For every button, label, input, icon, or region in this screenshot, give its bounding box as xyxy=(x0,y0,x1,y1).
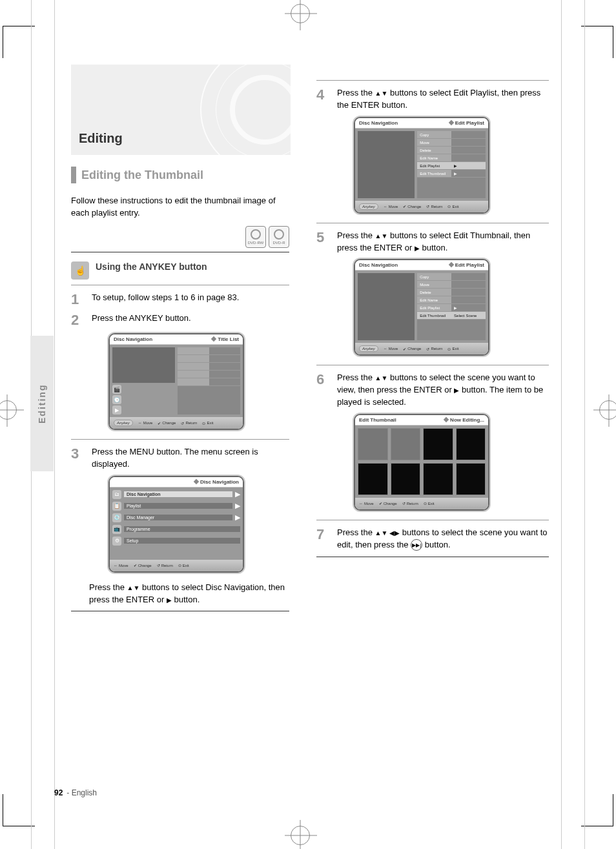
right-icon: ▶ xyxy=(167,597,172,604)
rule xyxy=(71,439,289,440)
up-down-icon: ▲▼ xyxy=(375,374,388,382)
step-number: 7 xyxy=(316,527,331,551)
disc-icon xyxy=(200,65,291,155)
step-text: Press the ANYKEY button. xyxy=(92,312,289,328)
step-7: 7 Press the ▲▼ ◀▶ buttons to select the … xyxy=(316,527,549,551)
playlist-icon: 📋 xyxy=(112,502,121,511)
step-number: 3 xyxy=(71,446,85,471)
screen-button-bar: Anykey ↔ Move ✔ Change ↺ Return ⊙ Exit xyxy=(355,201,488,212)
step-text: To setup, follow steps 1 to 6 in page 83… xyxy=(92,292,289,307)
scene-cell xyxy=(391,428,421,460)
step-6: 6 Press the ▲▼ buttons to select the sce… xyxy=(316,372,549,409)
dvd-r-icon: DVD-R xyxy=(269,226,289,248)
screen-section: Edit Playlist xyxy=(455,120,484,126)
rule xyxy=(316,365,549,365)
scene-cell xyxy=(358,428,388,460)
anykey-chip-icon: Anykey xyxy=(359,345,378,352)
thumbnail-preview xyxy=(358,273,415,340)
crop-mark xyxy=(581,26,613,58)
heading-bar-icon xyxy=(71,167,76,183)
right-column: 4 Press the ▲▼ buttons to select Edit Pl… xyxy=(316,75,549,565)
screen-title: Disc Navigation xyxy=(359,120,398,126)
page-section: - English xyxy=(67,788,97,797)
crop-mark xyxy=(3,794,35,826)
crop-mark xyxy=(581,794,613,826)
guide-line xyxy=(54,0,55,849)
screenshot-edit-playlist: Disc Navigation Edit Playlist Copy Move … xyxy=(354,117,489,214)
nav-icon: 🗂 xyxy=(112,490,121,499)
step-number: 6 xyxy=(316,372,331,409)
thumbnail-preview xyxy=(112,347,175,383)
screen-section: Disc Navigation xyxy=(200,479,239,485)
diamond-icon xyxy=(194,479,199,484)
step-5: 5 Press the ▲▼ buttons to select Edit Th… xyxy=(316,230,549,254)
step-4: 4 Press the ▲▼ buttons to select Edit Pl… xyxy=(316,87,549,112)
list-panel: Copy Move Delete Edit Name Edit Playlist… xyxy=(417,131,486,198)
step-3b: Press the ▲▼ buttons to select Disc Navi… xyxy=(89,582,289,606)
screen-section: Edit Playlist xyxy=(455,262,484,268)
side-tab-label: Editing xyxy=(30,336,54,471)
diamond-icon xyxy=(448,262,453,267)
divider xyxy=(71,252,289,252)
diamond-icon xyxy=(444,417,449,422)
hero-title: Editing xyxy=(79,131,123,146)
disc-manager-icon: 💿 xyxy=(112,513,121,522)
scene-cell xyxy=(456,463,486,495)
skip-forward-icon: ▶▶| xyxy=(411,539,422,551)
screen-section: Now Editing... xyxy=(450,417,484,423)
step-text: Press the ▲▼ buttons to select Edit Play… xyxy=(337,87,549,112)
step-3: 3 Press the MENU button. The menu screen… xyxy=(71,446,289,471)
anykey-subheading: Using the ANYKEY button xyxy=(96,261,289,272)
right-icon: ▶ xyxy=(415,245,420,252)
hero-banner: Editing xyxy=(71,65,291,155)
up-down-left-right-icon: ▲▼ ◀▶ xyxy=(375,529,400,537)
clip-icon: 🎬 xyxy=(112,385,121,394)
step-number: 2 xyxy=(71,312,85,328)
step-number: 1 xyxy=(71,292,85,307)
screen-button-bar: ↔ Move ✔ Change ↺ Return ⊙ Exit xyxy=(110,560,243,571)
guide-line xyxy=(584,0,585,849)
rule xyxy=(316,80,549,81)
hand-touch-icon: ☝ xyxy=(71,261,89,280)
step-text: Press the ▲▼ buttons to select the scene… xyxy=(337,372,549,409)
intro-text: Follow these instructions to edit the th… xyxy=(71,195,289,220)
screenshot-edit-thumbnail: Disc Navigation Edit Playlist Copy Move … xyxy=(354,259,489,356)
screenshot-disc-nav: Disc Navigation Title List 🎬 🕒 ▶ Any xyxy=(108,333,244,430)
screenshot-menu: Disc Navigation 🗂Disc Navigation▶ 📋Playl… xyxy=(108,476,244,573)
list-panel: Copy Move Delete Edit Name Edit Playlist… xyxy=(417,273,486,340)
anykey-chip-icon: Anykey xyxy=(359,203,378,210)
up-down-icon: ▲▼ xyxy=(127,584,140,591)
step-text: Press the MENU button. The menu screen i… xyxy=(92,446,289,471)
scene-cell xyxy=(358,463,388,495)
rule xyxy=(71,611,289,611)
rule xyxy=(71,285,289,285)
registration-mark-icon xyxy=(291,826,310,845)
step-text: Press the ▲▼ buttons to select Disc Navi… xyxy=(89,582,289,606)
thumbnail-preview xyxy=(358,131,415,198)
program-icon: 📺 xyxy=(112,525,121,534)
section-heading-text: Editing the Thumbnail xyxy=(81,169,203,182)
list-panel xyxy=(178,347,240,414)
clock-icon: 🕒 xyxy=(112,395,121,404)
scene-cell xyxy=(423,463,453,495)
step-text: Press the ▲▼ ◀▶ buttons to select the sc… xyxy=(337,527,549,551)
left-column: Editing the Thumbnail Follow these instr… xyxy=(71,167,289,619)
step-2: 2 Press the ANYKEY button. xyxy=(71,312,289,328)
page-footer: 92 - English xyxy=(54,788,97,797)
guide-line xyxy=(561,0,562,849)
registration-mark-icon xyxy=(599,400,616,420)
screen-button-bar: Anykey ↔ Move ✔ Change ↺ Return ⊙ Exit xyxy=(110,417,243,429)
page-number: 92 xyxy=(54,788,63,797)
up-down-icon: ▲▼ xyxy=(375,90,388,97)
anykey-chip-icon: Anykey xyxy=(114,420,133,426)
screen-title: Disc Navigation xyxy=(359,262,398,268)
scene-cell xyxy=(456,428,486,460)
step-number: 5 xyxy=(316,230,331,254)
screenshot-scene-grid: Edit Thumbnail Now Editing... ↔ Move ✔ C… xyxy=(354,414,489,511)
screen-button-bar: Anykey ↔ Move ✔ Change ↺ Return ⊙ Exit xyxy=(355,343,488,354)
diamond-icon xyxy=(211,336,216,342)
diamond-icon xyxy=(448,119,453,125)
step-number: 4 xyxy=(316,87,331,112)
play-icon: ▶ xyxy=(112,405,121,414)
scene-grid xyxy=(355,425,488,498)
